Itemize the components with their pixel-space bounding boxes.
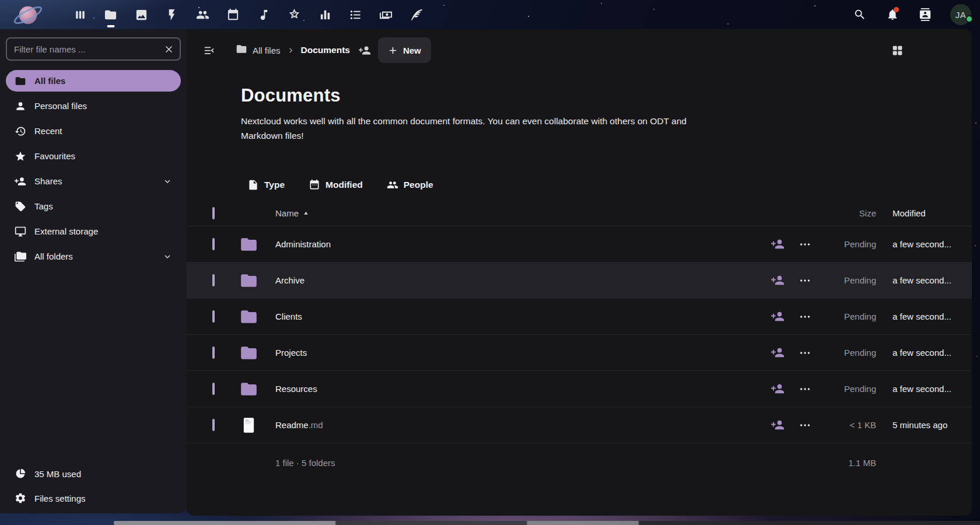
dock-strip [114,521,980,525]
actions-menu-icon[interactable] [793,419,817,432]
chevron-down-icon[interactable] [162,176,173,187]
file-name: Archive [275,275,304,285]
user-avatar[interactable]: JA [942,4,980,25]
actions-menu-icon[interactable] [793,238,817,251]
row-checkbox[interactable] [212,346,215,359]
app-calendar-icon[interactable] [218,0,249,29]
actions-menu-icon[interactable] [793,383,817,396]
app-money-icon[interactable] [371,0,402,29]
files-content: All files Documents New Documents Nextcl… [187,29,972,516]
share-icon[interactable] [762,382,793,396]
share-icon[interactable] [762,346,793,359]
sidebar-item-external-storage[interactable]: External storage [6,220,181,242]
clear-filter-icon[interactable] [162,43,175,55]
share-icon[interactable] [762,237,793,251]
file-icon [247,179,259,191]
filter-chips: Type Modified People [187,179,972,191]
share-folder-icon[interactable] [359,44,371,57]
summary-row: 1 file · 5 folders 1.1 MB [187,443,972,482]
table-row[interactable]: Projects Pending a few second... [187,335,972,371]
folder-icon [14,75,27,88]
folder-icon [238,344,260,362]
sidebar-footer: 35 MB used Files settings [6,462,181,511]
column-header-size[interactable]: Size [817,208,876,218]
search-icon[interactable] [844,0,876,29]
people-icon [387,179,398,191]
app-activity-icon[interactable] [157,0,188,29]
files-settings-item[interactable]: Files settings [6,487,181,510]
app-menu: C [65,0,432,29]
filter-chip-modified[interactable]: Modified [309,179,363,191]
sidebar-item-shares[interactable]: Shares [6,170,181,192]
sidebar-item-personal-files[interactable]: Personal files [6,95,181,117]
new-button[interactable]: New [378,37,431,63]
table-row[interactable]: Archive Pending a few second... [187,262,972,299]
sidebar-item-all-files[interactable]: All files [6,70,181,92]
column-header-name[interactable]: Name [275,208,762,218]
actions-menu-icon[interactable] [793,274,817,287]
share-icon[interactable] [762,310,793,323]
app-recommendations-icon[interactable]: C [279,0,310,29]
file-size: Pending [817,348,876,358]
sidebar-item-label: All files [34,76,65,86]
actions-menu-icon[interactable] [793,346,817,359]
folder-icon [238,235,260,254]
sidebar-item-label: External storage [34,226,98,236]
folder-icon [238,271,260,290]
sidebar-item-all-folders[interactable]: All folders [6,246,181,267]
breadcrumb-root[interactable]: All files [253,46,281,55]
app-music-icon[interactable] [249,0,279,29]
app-tasks-icon[interactable] [341,0,372,29]
notification-dot [894,7,899,12]
monitor-icon [14,225,27,238]
row-checkbox[interactable] [212,310,215,323]
collapse-sidebar-icon[interactable] [196,37,222,63]
account-plus-icon [14,175,27,188]
actions-menu-icon[interactable] [793,310,817,323]
quota-item[interactable]: 35 MB used [6,462,181,485]
column-header-modified[interactable]: Modified [876,208,972,218]
active-app-indicator [107,25,114,27]
app-files-icon[interactable] [96,0,127,29]
sidebar-item-recent[interactable]: Recent [6,120,181,142]
app-analytics-icon[interactable] [310,0,341,29]
table-row[interactable]: Administration Pending a few second... [187,226,972,262]
file-size: Pending [817,275,876,285]
table-header-row: Name Size Modified [187,200,972,226]
chevron-down-icon[interactable] [162,251,173,262]
file-extension: .md [309,420,323,430]
filter-chip-type[interactable]: Type [247,179,285,191]
contacts-menu-icon[interactable] [909,0,942,29]
file-name: Clients [275,312,302,321]
row-checkbox[interactable] [212,383,215,395]
nextcloud-logo[interactable] [12,0,44,32]
app-dashboard-icon[interactable] [65,0,96,29]
summary-count: 1 file · 5 folders [275,458,762,468]
sidebar-item-favourites[interactable]: Favourites [6,145,181,167]
pie-chart-icon [14,467,27,480]
sidebar-item-label: Personal files [34,101,87,111]
notifications-bell-icon[interactable] [876,0,909,29]
online-status-dot [965,15,973,23]
table-row[interactable]: Readme.md < 1 KB 5 minutes ago [187,407,972,443]
view-grid-icon[interactable] [884,37,910,63]
row-checkbox[interactable] [212,238,215,250]
app-contacts-icon[interactable] [187,0,218,29]
history-clock-icon [14,125,27,138]
select-all-checkbox[interactable] [212,207,215,219]
share-icon[interactable] [762,274,793,287]
sidebar-item-tags[interactable]: Tags [6,195,181,217]
app-signature-icon[interactable] [402,0,433,29]
file-modified: a few second... [876,239,972,249]
filter-input[interactable] [6,37,181,61]
table-row[interactable]: Resources Pending a few second... [187,371,972,407]
table-row[interactable]: Clients Pending a few second... [187,299,972,335]
file-size: < 1 KB [817,420,876,430]
row-checkbox[interactable] [212,274,215,286]
file-name: Readme [275,420,309,430]
filter-chip-people[interactable]: People [387,179,433,191]
app-photos-icon[interactable] [126,0,157,29]
row-checkbox[interactable] [212,419,215,431]
folder-description: Nextcloud works well with all the common… [241,114,687,143]
share-icon[interactable] [762,418,793,432]
